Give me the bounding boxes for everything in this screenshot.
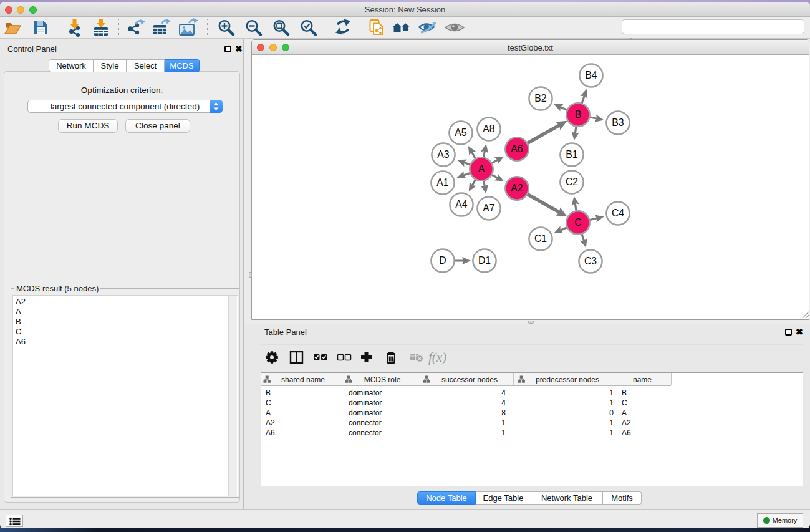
svg-text:B3: B3 <box>612 117 624 128</box>
svg-text:name: name <box>633 375 652 384</box>
svg-text:B4: B4 <box>585 70 597 80</box>
svg-text:B: B <box>575 109 582 120</box>
svg-text:A6: A6 <box>511 143 523 154</box>
svg-text:A6: A6 <box>622 428 631 437</box>
svg-text:B2: B2 <box>534 93 546 104</box>
svg-text:A8: A8 <box>483 123 495 134</box>
svg-text:C: C <box>574 217 581 228</box>
svg-text:C1: C1 <box>534 233 547 244</box>
svg-text:1: 1 <box>501 428 506 437</box>
svg-text:A2: A2 <box>511 183 523 193</box>
svg-text:8: 8 <box>501 409 506 417</box>
svg-text:0: 0 <box>609 409 614 417</box>
svg-text:A: A <box>622 409 627 417</box>
svg-text:1: 1 <box>609 428 614 437</box>
svg-text:A3: A3 <box>437 149 450 160</box>
svg-text:f(x): f(x) <box>428 350 446 365</box>
svg-text:dominator: dominator <box>349 389 382 397</box>
svg-text:connector: connector <box>349 418 382 427</box>
svg-text:successor nodes: successor nodes <box>441 375 498 384</box>
svg-text:A6: A6 <box>266 428 275 437</box>
svg-text:C4: C4 <box>612 208 624 218</box>
svg-text:C: C <box>622 399 627 407</box>
svg-text:B: B <box>622 389 627 397</box>
svg-text:dominator: dominator <box>349 399 382 407</box>
svg-text:B: B <box>266 389 271 397</box>
svg-text:shared name: shared name <box>281 375 325 384</box>
svg-text:B1: B1 <box>566 149 578 160</box>
svg-text:A: A <box>266 409 271 417</box>
svg-text:4: 4 <box>501 389 506 397</box>
svg-text:MCDS role: MCDS role <box>364 375 401 384</box>
svg-text:1: 1 <box>609 389 614 397</box>
svg-text:connector: connector <box>349 428 382 437</box>
svg-text:dominator: dominator <box>349 409 382 417</box>
svg-text:A2: A2 <box>622 418 631 427</box>
svg-text:C3: C3 <box>584 256 597 266</box>
svg-text:C: C <box>266 399 271 407</box>
svg-text:A7: A7 <box>483 203 494 213</box>
svg-text:A1: A1 <box>436 177 449 188</box>
svg-text:C2: C2 <box>566 177 578 187</box>
svg-text:1: 1 <box>609 399 614 407</box>
svg-text:D: D <box>439 255 446 266</box>
svg-text:4: 4 <box>501 399 506 407</box>
svg-text:A2: A2 <box>266 418 275 427</box>
svg-text:A: A <box>478 163 485 174</box>
svg-text:A5: A5 <box>455 127 467 138</box>
svg-text:1: 1 <box>609 418 614 427</box>
svg-text:A4: A4 <box>455 199 468 210</box>
svg-text:1: 1 <box>501 418 506 427</box>
svg-text:D1: D1 <box>478 255 491 266</box>
svg-text:predecessor nodes: predecessor nodes <box>536 375 599 384</box>
